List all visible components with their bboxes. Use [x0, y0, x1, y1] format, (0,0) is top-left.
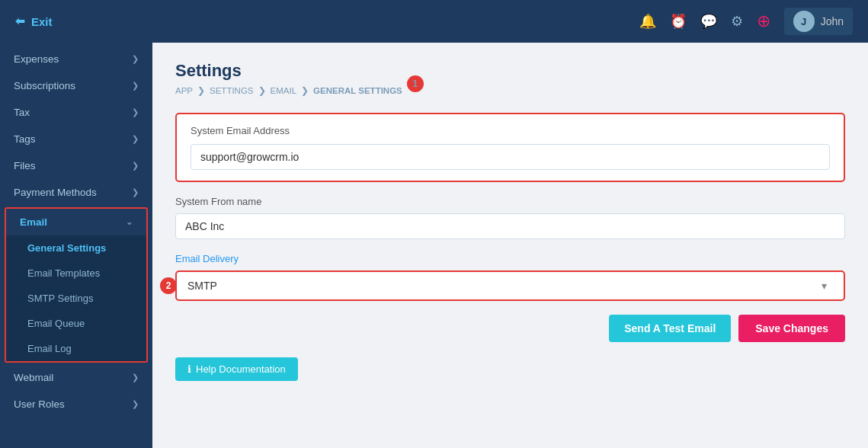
- sidebar-item-user-roles[interactable]: User Roles ❯: [0, 391, 152, 418]
- user-name: John: [821, 15, 844, 27]
- exit-icon: ⬅: [15, 14, 25, 28]
- sidebar-item-email-queue[interactable]: Email Queue: [6, 311, 146, 336]
- sidebar-label: Tags: [14, 133, 36, 145]
- sidebar-label: Files: [14, 160, 36, 171]
- chevron-right-icon: ❯: [132, 399, 139, 409]
- main-layout: Expenses ❯ Subscriptions ❯ Tax ❯ Tags ❯ …: [0, 43, 868, 448]
- delivery-select-box: 2 SMTP PHP Mail SendGrid Mailgun: [175, 270, 845, 301]
- sidebar-label: User Roles: [14, 398, 65, 410]
- email-address-input[interactable]: [191, 144, 830, 170]
- sidebar-label: Webmail: [14, 372, 53, 383]
- sidebar-item-email-templates[interactable]: Email Templates: [6, 261, 146, 286]
- chevron-right-icon: ❯: [132, 134, 139, 144]
- user-menu[interactable]: J John: [784, 8, 853, 35]
- annotation-2: 2: [160, 277, 177, 294]
- sidebar-label: Email: [20, 216, 47, 228]
- clock-icon[interactable]: ⏰: [670, 13, 687, 30]
- info-icon: ℹ: [187, 363, 191, 375]
- email-section: Email ⌄ General Settings Email Templates…: [5, 207, 148, 363]
- sidebar-sub-label: General Settings: [27, 242, 106, 254]
- sidebar-item-expenses[interactable]: Expenses ❯: [0, 46, 152, 72]
- sidebar-sub-label: SMTP Settings: [27, 293, 93, 304]
- sidebar-sub-label: Email Templates: [27, 267, 100, 279]
- email-submenu: General Settings Email Templates SMTP Se…: [6, 235, 146, 361]
- chevron-right-icon: ❯: [132, 161, 139, 171]
- sidebar-label: Expenses: [14, 53, 59, 65]
- sidebar-item-tax[interactable]: Tax ❯: [0, 99, 152, 126]
- delivery-select[interactable]: SMTP PHP Mail SendGrid Mailgun: [187, 280, 833, 292]
- breadcrumb-sep-3: ❯: [301, 85, 309, 96]
- chevron-right-icon: ❯: [132, 187, 139, 197]
- avatar: J: [793, 11, 815, 32]
- email-address-label: System Email Address: [191, 125, 830, 136]
- breadcrumb-email: EMAIL: [271, 86, 297, 95]
- sidebar-item-email-log[interactable]: Email Log: [6, 336, 146, 361]
- gear-icon[interactable]: ⚙: [731, 13, 743, 30]
- delivery-select-wrapper: SMTP PHP Mail SendGrid Mailgun: [187, 280, 833, 292]
- sidebar-label: Subscriptions: [14, 80, 75, 91]
- breadcrumb-sep-1: ❯: [197, 85, 205, 96]
- chat-icon[interactable]: 💬: [700, 13, 717, 30]
- email-address-field-box: System Email Address: [175, 113, 845, 182]
- sidebar-sub-label: Email Log: [27, 343, 72, 354]
- add-icon[interactable]: ⊕: [757, 11, 770, 31]
- sidebar-label: Payment Methods: [14, 187, 97, 198]
- chevron-right-icon: ❯: [132, 373, 139, 382]
- exit-button[interactable]: ⬅ Exit: [15, 14, 53, 28]
- from-name-group: System From name: [175, 196, 845, 239]
- help-documentation-button[interactable]: ℹ Help Documentation: [175, 357, 298, 381]
- sidebar-label: Tax: [14, 107, 30, 118]
- from-name-input[interactable]: [175, 213, 845, 239]
- send-test-email-button[interactable]: Send A Test Email: [609, 315, 731, 342]
- content-area: Settings APP ❯ SETTINGS ❯ EMAIL ❯ GENERA…: [152, 43, 868, 448]
- actions-row: Send A Test Email Save Changes: [175, 315, 845, 342]
- breadcrumb-sep-2: ❯: [258, 85, 266, 96]
- from-name-label: System From name: [175, 196, 845, 207]
- sidebar-item-webmail[interactable]: Webmail ❯: [0, 364, 152, 391]
- sidebar: Expenses ❯ Subscriptions ❯ Tax ❯ Tags ❯ …: [0, 43, 152, 448]
- breadcrumb-active: GENERAL SETTINGS 1: [313, 86, 402, 95]
- chevron-right-icon: ❯: [132, 107, 139, 117]
- breadcrumb-settings: SETTINGS: [210, 86, 254, 95]
- sidebar-item-subscriptions[interactable]: Subscriptions ❯: [0, 72, 152, 99]
- breadcrumb: APP ❯ SETTINGS ❯ EMAIL ❯ GENERAL SETTING…: [175, 85, 845, 96]
- sidebar-item-payment-methods[interactable]: Payment Methods ❯: [0, 179, 152, 206]
- chevron-right-icon: ❯: [132, 54, 139, 64]
- chevron-down-icon: ⌄: [126, 217, 133, 227]
- sidebar-item-files[interactable]: Files ❯: [0, 152, 152, 179]
- sidebar-sub-label: Email Queue: [27, 318, 85, 329]
- help-label: Help Documentation: [196, 363, 286, 375]
- exit-label: Exit: [31, 15, 53, 28]
- annotation-1: 1: [407, 75, 424, 92]
- chevron-right-icon: ❯: [132, 81, 139, 91]
- bell-icon[interactable]: 🔔: [639, 13, 656, 30]
- topbar: ⬅ Exit 🔔 ⏰ 💬 ⚙ ⊕ J John: [0, 0, 868, 43]
- sidebar-item-general-settings[interactable]: General Settings: [6, 235, 146, 261]
- sidebar-item-tags[interactable]: Tags ❯: [0, 126, 152, 152]
- topbar-icons: 🔔 ⏰ 💬 ⚙ ⊕ J John: [639, 8, 853, 35]
- page-title: Settings: [175, 61, 845, 81]
- save-changes-button[interactable]: Save Changes: [738, 315, 845, 342]
- sidebar-item-email[interactable]: Email ⌄: [6, 209, 146, 235]
- sidebar-item-smtp-settings[interactable]: SMTP Settings: [6, 286, 146, 311]
- breadcrumb-app: APP: [175, 86, 193, 95]
- delivery-label: Email Delivery: [175, 253, 845, 264]
